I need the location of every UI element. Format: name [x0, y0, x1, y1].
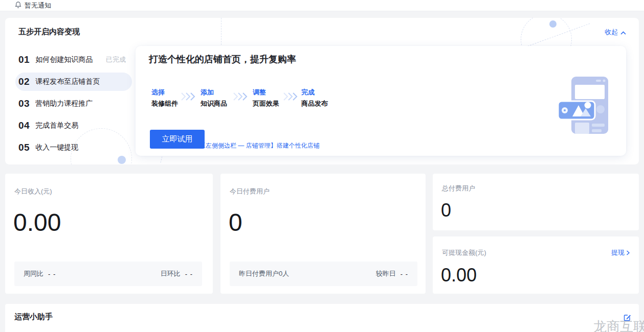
withdrawable-amount-card: 可提现金额(元) 提现 0.00: [433, 236, 639, 294]
total-paying-users-card: 总付费用户 0: [433, 174, 639, 230]
vs-yesterday-value: - -: [401, 270, 408, 278]
step-label: 如何创建知识商品: [35, 55, 93, 64]
site-watermark: 龙商互联: [593, 318, 644, 332]
notification-text: 暂无通知: [25, 1, 51, 10]
decorative-dashed-line: [221, 18, 221, 48]
flow-target: 装修组件: [151, 99, 178, 108]
step-number: 04: [18, 120, 30, 131]
collapse-label: 收起: [605, 28, 618, 37]
withdrawable-label: 可提现金额(元): [442, 248, 486, 257]
flow-target: 知识商品: [201, 99, 227, 108]
step-status-badge: 已完成: [106, 55, 128, 64]
withdraw-link[interactable]: 提现: [611, 248, 630, 257]
operations-assistant-card: 运营小助手: [5, 304, 639, 332]
chevrons-right-icon: [233, 92, 248, 101]
try-now-button[interactable]: 立即试用: [150, 130, 205, 149]
week-on-week-value: - -: [48, 270, 56, 278]
assistant-title: 运营小助手: [14, 312, 53, 322]
today-users-label: 今日付费用户: [230, 187, 270, 196]
step-number: 02: [18, 76, 30, 87]
flow-action: 完成: [301, 88, 328, 97]
decorative-dot: [549, 20, 557, 28]
step-item-publish-course[interactable]: 02 课程发布至店铺首页: [15, 73, 132, 91]
vs-yesterday: 较昨日 - -: [376, 269, 408, 278]
flow-step-add: 添加 知识商品: [201, 88, 227, 108]
users-comparison-band: 昨日付费用户0人 较昨日 - -: [230, 262, 417, 286]
today-income-label: 今日收入(元): [14, 187, 52, 196]
flow-step-adjust: 调整 页面效果: [253, 88, 279, 108]
flow-action: 选择: [151, 88, 178, 97]
step-number: 03: [18, 98, 30, 109]
flow-action: 添加: [201, 88, 227, 97]
yesterday-users: 昨日付费用户0人: [239, 269, 289, 278]
day-on-day: 日环比 - -: [161, 269, 193, 278]
onboarding-steps-list: 01 如何创建知识商品 已完成 02 课程发布至店铺首页 03 营销助力课程推广…: [15, 51, 132, 160]
week-on-week: 周同比 - -: [24, 269, 56, 278]
store-manage-hint-link[interactable]: 【左侧侧边栏 — 店铺管理】搭建个性化店铺: [199, 141, 320, 150]
chevrons-right-icon: [283, 92, 298, 101]
total-users-label: 总付费用户: [442, 184, 475, 193]
step-number: 01: [18, 54, 30, 65]
step-label: 课程发布至店铺首页: [35, 77, 100, 86]
top-notification-bar: 暂无通知: [0, 0, 644, 11]
step-item-marketing[interactable]: 03 营销助力课程推广: [15, 94, 132, 113]
vs-yesterday-label: 较昨日: [376, 269, 396, 278]
day-on-day-value: - -: [185, 270, 193, 278]
total-users-value: 0: [441, 201, 451, 220]
storefront-phone-illustration: [554, 73, 613, 138]
flow-step-finish: 完成 商品发布: [301, 88, 328, 108]
promo-title: 打造个性化的店铺首页，提升复购率: [149, 53, 296, 65]
step-number: 05: [18, 142, 30, 153]
step-label: 收入一键提现: [35, 143, 78, 152]
onboarding-title: 五步开启内容变现: [18, 27, 80, 37]
flow-target: 页面效果: [253, 99, 279, 108]
yesterday-users-label: 昨日付费用户0人: [239, 269, 289, 278]
withdraw-link-label: 提现: [611, 248, 625, 257]
collapse-button[interactable]: 收起: [605, 28, 626, 37]
week-on-week-label: 周同比: [24, 269, 43, 278]
chevrons-right-icon: [181, 92, 196, 101]
flow-step-select: 选择 装修组件: [151, 88, 178, 108]
today-paying-users-card: 今日付费用户 0 昨日付费用户0人 较昨日 - -: [220, 174, 426, 294]
day-on-day-label: 日环比: [161, 269, 181, 278]
flow-target: 商品发布: [301, 99, 328, 108]
onboarding-card: 五步开启内容变现 收起 01 如何创建知识商品 已完成 02 课程发布至店铺首页…: [5, 18, 639, 164]
income-comparison-band: 周同比 - - 日环比 - -: [14, 262, 202, 286]
chevron-right-icon: [626, 249, 630, 257]
today-income-value: 0.00: [13, 210, 61, 235]
edit-pencil-icon[interactable]: [624, 314, 631, 321]
chevron-up-icon: [620, 29, 626, 36]
step-item-first-order[interactable]: 04 完成首单交易: [15, 116, 132, 135]
withdrawable-value: 0.00: [441, 266, 477, 284]
flow-action: 调整: [253, 88, 279, 97]
today-income-card: 今日收入(元) 0.00 周同比 - - 日环比 - -: [5, 174, 213, 294]
promo-panel: 打造个性化的店铺首页，提升复购率 选择 装修组件 添加 知识商品 调整 页面效果…: [136, 46, 626, 156]
step-label: 完成首单交易: [35, 121, 78, 130]
step-item-create-product[interactable]: 01 如何创建知识商品 已完成: [15, 51, 132, 69]
bell-icon[interactable]: [14, 1, 22, 9]
step-label: 营销助力课程推广: [35, 99, 93, 108]
step-item-withdraw[interactable]: 05 收入一键提现: [15, 138, 132, 157]
today-users-value: 0: [229, 210, 242, 235]
